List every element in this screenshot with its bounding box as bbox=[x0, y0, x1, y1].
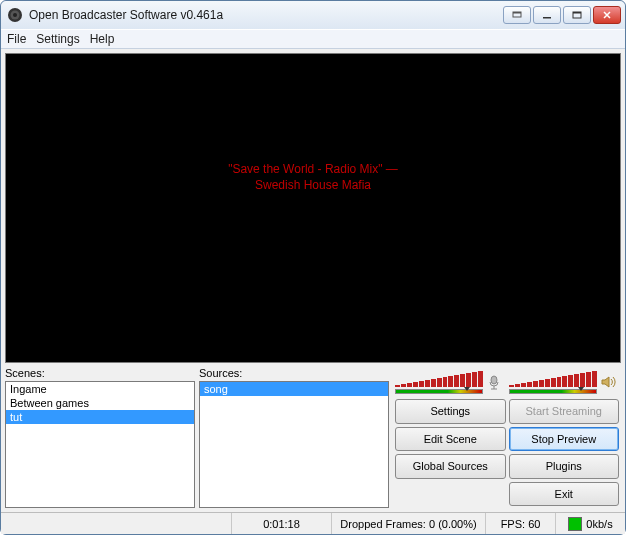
microphone-icon[interactable] bbox=[483, 373, 505, 391]
scene-item[interactable]: Ingame bbox=[6, 382, 194, 396]
svg-point-8 bbox=[491, 376, 497, 384]
close-button[interactable] bbox=[593, 6, 621, 24]
scene-item[interactable]: Between games bbox=[6, 396, 194, 410]
speaker-volume-slider[interactable] bbox=[509, 389, 597, 394]
scene-item[interactable]: tut bbox=[6, 410, 194, 424]
minimize-button[interactable] bbox=[533, 6, 561, 24]
lower-panel: Scenes: IngameBetween gamestut Sources: … bbox=[5, 367, 621, 508]
mic-meter bbox=[395, 369, 483, 395]
settings-button[interactable]: Settings bbox=[395, 399, 506, 424]
speaker-meter bbox=[509, 369, 597, 395]
bitrate-text: 0kb/s bbox=[586, 518, 612, 530]
status-spacer bbox=[1, 513, 231, 534]
menu-file[interactable]: File bbox=[7, 32, 26, 46]
svg-rect-7 bbox=[573, 12, 581, 14]
bitrate-indicator-icon bbox=[568, 517, 582, 531]
scenes-label: Scenes: bbox=[5, 367, 195, 379]
client-area: "Save the World - Radio Mix" — Swedish H… bbox=[1, 49, 625, 512]
menu-help[interactable]: Help bbox=[90, 32, 115, 46]
menu-settings[interactable]: Settings bbox=[36, 32, 79, 46]
speaker-meter-bars bbox=[509, 371, 597, 387]
sources-label: Sources: bbox=[199, 367, 389, 379]
speaker-icon[interactable] bbox=[597, 373, 619, 391]
sources-listbox[interactable]: song bbox=[199, 381, 389, 508]
titlebar[interactable]: Open Broadcaster Software v0.461a bbox=[1, 1, 625, 29]
preview-pane[interactable]: "Save the World - Radio Mix" — Swedish H… bbox=[5, 53, 621, 363]
edit-scene-button[interactable]: Edit Scene bbox=[395, 427, 506, 452]
minimize-help-button[interactable] bbox=[503, 6, 531, 24]
svg-rect-5 bbox=[543, 17, 551, 19]
menubar: File Settings Help bbox=[1, 29, 625, 49]
source-item[interactable]: song bbox=[200, 382, 388, 396]
controls-panel: Settings Start Streaming Edit Scene Stop… bbox=[393, 367, 621, 508]
global-sources-button[interactable]: Global Sources bbox=[395, 454, 506, 479]
statusbar: 0:01:18 Dropped Frames: 0 (0.00%) FPS: 6… bbox=[1, 512, 625, 534]
now-playing-line1: "Save the World - Radio Mix" — bbox=[228, 162, 398, 178]
button-grid: Settings Start Streaming Edit Scene Stop… bbox=[393, 397, 621, 508]
maximize-button[interactable] bbox=[563, 6, 591, 24]
now-playing-text: "Save the World - Radio Mix" — Swedish H… bbox=[228, 162, 398, 193]
svg-rect-4 bbox=[513, 12, 521, 14]
mic-volume-slider[interactable] bbox=[395, 389, 483, 394]
status-dropped-frames: Dropped Frames: 0 (0.00%) bbox=[331, 513, 485, 534]
now-playing-line2: Swedish House Mafia bbox=[228, 178, 398, 194]
speaker-meter-block bbox=[509, 369, 619, 395]
svg-point-2 bbox=[13, 13, 17, 17]
status-time: 0:01:18 bbox=[231, 513, 331, 534]
scenes-panel: Scenes: IngameBetween gamestut bbox=[5, 367, 195, 508]
status-bitrate: 0kb/s bbox=[555, 513, 625, 534]
app-icon bbox=[7, 7, 23, 23]
status-fps: FPS: 60 bbox=[485, 513, 555, 534]
plugins-button[interactable]: Plugins bbox=[509, 454, 620, 479]
window-title: Open Broadcaster Software v0.461a bbox=[29, 8, 223, 22]
exit-button[interactable]: Exit bbox=[509, 482, 620, 507]
scenes-listbox[interactable]: IngameBetween gamestut bbox=[5, 381, 195, 508]
audio-meters bbox=[393, 367, 621, 397]
app-window: Open Broadcaster Software v0.461a File S… bbox=[0, 0, 626, 535]
sources-panel: Sources: song bbox=[199, 367, 389, 508]
stop-preview-button[interactable]: Stop Preview bbox=[509, 427, 620, 452]
mic-meter-bars bbox=[395, 371, 483, 387]
mic-meter-block bbox=[395, 369, 505, 395]
start-streaming-button[interactable]: Start Streaming bbox=[509, 399, 620, 424]
